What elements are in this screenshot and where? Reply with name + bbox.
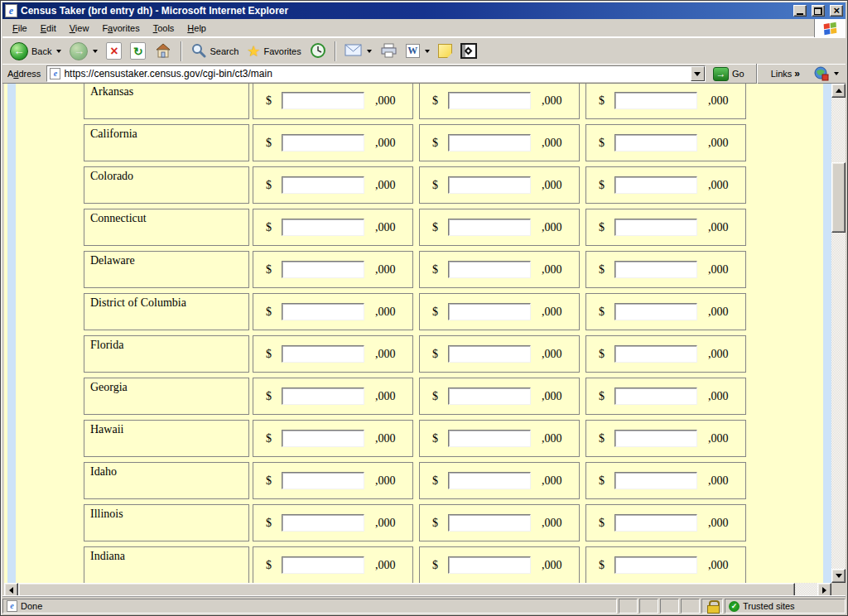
amount-input[interactable] [448, 345, 531, 363]
thousands-suffix: ,000 [375, 306, 396, 319]
thousands-suffix: ,000 [708, 390, 729, 403]
close-button[interactable] [830, 5, 843, 17]
stop-button[interactable] [102, 40, 126, 63]
address-dropdown-button[interactable] [691, 66, 705, 81]
home-button[interactable] [150, 40, 176, 63]
amount-input[interactable] [448, 514, 531, 532]
go-button[interactable]: Go [709, 67, 749, 81]
state-name-cell: Connecticut [84, 209, 249, 246]
amount-input[interactable] [282, 176, 364, 194]
table-row: Hawaii $ ,000 $ ,000 $ [84, 420, 746, 457]
scroll-up-button[interactable] [831, 84, 846, 98]
scroll-left-button[interactable] [4, 583, 18, 597]
money-cell-2: $ ,000 [419, 378, 580, 415]
amount-input[interactable] [614, 387, 697, 405]
table-row: Florida $ ,000 $ ,000 $ [84, 335, 746, 373]
amount-input[interactable] [614, 219, 697, 236]
back-dropdown-icon[interactable] [56, 50, 61, 53]
amount-input[interactable] [448, 92, 531, 109]
amount-input[interactable] [282, 472, 364, 489]
amount-input[interactable] [282, 92, 364, 109]
print-button[interactable] [376, 40, 402, 63]
dollar-prefix: $ [599, 559, 605, 572]
amount-input[interactable] [614, 92, 697, 109]
restore-button[interactable] [812, 5, 825, 17]
search-button[interactable]: Search [186, 40, 243, 63]
menu-file[interactable]: File [6, 20, 34, 36]
menu-view[interactable]: View [63, 20, 96, 36]
dollar-prefix: $ [266, 348, 272, 361]
amount-input[interactable] [448, 219, 531, 236]
menu-favorites[interactable]: Favorites [95, 20, 146, 36]
extension-dropdown-icon[interactable] [834, 72, 839, 75]
dollar-prefix: $ [266, 517, 272, 530]
amount-input[interactable] [614, 345, 697, 363]
amount-input[interactable] [448, 472, 531, 489]
amount-input[interactable] [614, 472, 697, 489]
state-name: California [90, 128, 137, 140]
forward-dropdown-icon[interactable] [93, 50, 98, 53]
amount-input[interactable] [614, 261, 697, 278]
refresh-button[interactable] [126, 40, 150, 63]
mail-button[interactable] [340, 40, 376, 63]
amount-input[interactable] [448, 430, 531, 447]
forward-button[interactable] [65, 40, 102, 63]
menu-edit[interactable]: Edit [34, 20, 63, 36]
dollar-prefix: $ [266, 390, 272, 403]
edit-with-word-button[interactable] [402, 40, 434, 63]
note-button[interactable] [434, 40, 456, 63]
money-cell-3: $ ,000 [585, 251, 746, 288]
vertical-scrollbar[interactable] [831, 84, 846, 583]
menu-tools[interactable]: Tools [147, 20, 181, 36]
horizontal-scrollbar[interactable] [4, 583, 831, 597]
links-overflow-icon[interactable]: » [794, 68, 800, 79]
amount-input[interactable] [614, 134, 697, 152]
amount-input[interactable] [282, 261, 364, 278]
amount-input[interactable] [282, 556, 364, 574]
minimize-button[interactable] [793, 5, 807, 17]
amount-input[interactable] [614, 430, 697, 447]
chevron-down-icon [694, 72, 701, 76]
thousands-suffix: ,000 [542, 474, 562, 488]
scroll-right-button[interactable] [817, 583, 831, 597]
amount-input[interactable] [448, 556, 531, 574]
menu-help[interactable]: Help [181, 20, 213, 36]
amount-input[interactable] [282, 134, 364, 152]
history-button[interactable] [306, 40, 330, 63]
amount-input[interactable] [614, 556, 697, 574]
mail-dropdown-icon[interactable] [367, 50, 372, 53]
favorites-button[interactable]: Favorites [243, 40, 305, 63]
diamond-button[interactable] [456, 40, 481, 63]
address-input[interactable] [64, 67, 687, 80]
edit-dropdown-icon[interactable] [425, 50, 430, 53]
thousands-suffix: ,000 [375, 179, 396, 192]
amount-input[interactable] [614, 176, 697, 194]
back-icon [10, 42, 28, 60]
scroll-down-button[interactable] [831, 569, 846, 583]
amount-input[interactable] [448, 176, 531, 194]
amount-input[interactable] [282, 430, 364, 447]
dollar-prefix: $ [599, 221, 605, 234]
amount-input[interactable] [448, 387, 531, 405]
back-button[interactable]: Back [6, 40, 65, 63]
amount-input[interactable] [282, 219, 364, 236]
links-button[interactable]: Links » [765, 68, 806, 79]
amount-input[interactable] [614, 514, 697, 532]
money-cell-3: $ ,000 [585, 378, 746, 415]
amount-input[interactable] [614, 303, 697, 320]
search-icon [190, 42, 206, 60]
amount-input[interactable] [282, 345, 364, 363]
thousands-suffix: ,000 [375, 559, 396, 572]
extension-button[interactable] [809, 62, 843, 85]
amount-input[interactable] [282, 303, 364, 320]
amount-input[interactable] [448, 261, 531, 278]
dollar-prefix: $ [432, 559, 438, 572]
amount-input[interactable] [448, 303, 531, 320]
amount-input[interactable] [282, 514, 364, 532]
horizontal-scrollbar-thumb[interactable] [18, 583, 795, 597]
money-cell-3: $ ,000 [585, 84, 746, 119]
toolbar-separator [181, 41, 182, 61]
amount-input[interactable] [448, 134, 531, 152]
vertical-scrollbar-thumb[interactable] [831, 162, 846, 233]
amount-input[interactable] [282, 387, 364, 405]
